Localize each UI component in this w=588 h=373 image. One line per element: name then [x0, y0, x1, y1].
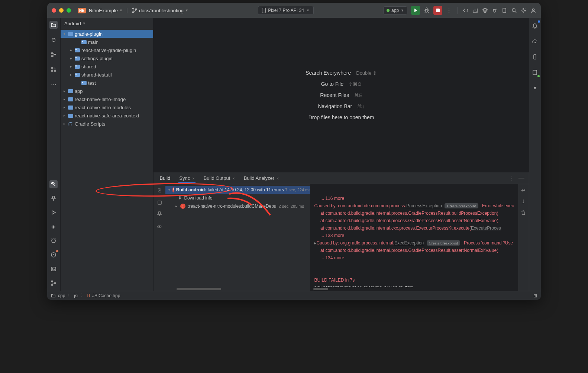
app-inspection-button[interactable]	[492, 7, 498, 13]
device-selector[interactable]: Pixel 7 Pro API 34 ▼	[258, 6, 314, 15]
panel-options-button[interactable]: ⋮	[508, 175, 514, 182]
layout-inspector-button[interactable]	[482, 7, 488, 13]
build-root-row[interactable]: ▾ ! Build android: failed At 14.10.24, 1…	[165, 186, 310, 194]
clear-button[interactable]: 🗑	[521, 210, 526, 215]
tree-item-main[interactable]: main	[61, 38, 154, 46]
hammer-icon	[51, 181, 56, 187]
terminal-icon	[51, 266, 56, 272]
view-button[interactable]: 👁	[157, 224, 162, 230]
filter-button[interactable]: ⎘	[158, 187, 161, 193]
minimize-window-button[interactable]	[59, 8, 64, 13]
pull-requests-tool-button[interactable]	[49, 65, 58, 74]
svg-rect-20	[534, 55, 536, 59]
chart-icon	[472, 7, 478, 13]
chevron-down-icon: ▼	[306, 9, 310, 12]
services-tool-button[interactable]: ◈	[49, 223, 58, 231]
project-view-selector[interactable]: Android ▼	[61, 18, 154, 29]
more-tool-button[interactable]: ⋯	[49, 80, 58, 88]
run-tool-button[interactable]	[49, 208, 58, 217]
chevron-right-icon: ▸	[63, 114, 67, 117]
tree-item-shared[interactable]: ▸shared	[61, 62, 154, 71]
project-tree[interactable]: ▾gradle-pluginmain▸react-native-gradle-p…	[61, 29, 154, 291]
tree-item-gradle-scripts[interactable]: ▸Gradle Scripts	[61, 120, 154, 128]
bug-icon	[424, 7, 430, 13]
exception-link[interactable]: ExecException	[394, 240, 424, 246]
structure-tool-button[interactable]	[49, 51, 58, 59]
exception-link[interactable]: ProcessException	[406, 203, 442, 208]
tab-build[interactable]: Build	[156, 174, 174, 182]
breadcrumb-item[interactable]: cpp	[58, 293, 65, 298]
tree-item-settings-plugin[interactable]: ▸settings-plugin	[61, 54, 154, 62]
tab-build-output[interactable]: Build Output×	[200, 174, 239, 182]
account-button[interactable]	[530, 7, 536, 13]
scrollbar[interactable]	[165, 287, 310, 291]
breadcrumb-item[interactable]: jsi	[74, 293, 78, 298]
run-button[interactable]	[411, 6, 420, 15]
tab-sync[interactable]: Sync×	[175, 174, 198, 182]
tab-build-analyzer[interactable]: Build Analyzer×	[240, 174, 283, 182]
tree-item-react-native-safe-area-context[interactable]: ▸react-native-safe-area-context	[61, 111, 154, 120]
logcat-tool-button[interactable]	[49, 237, 58, 245]
scrollbar[interactable]	[310, 287, 517, 291]
folder-icon	[75, 56, 80, 61]
tree-item-test[interactable]: test	[61, 79, 154, 87]
create-breakpoint-button[interactable]: Create breakpoint	[445, 203, 478, 208]
svg-point-6	[512, 9, 515, 12]
notifications-button[interactable]	[531, 22, 539, 30]
tree-item-app[interactable]: ▸app	[61, 87, 154, 95]
close-icon[interactable]: ×	[277, 176, 279, 181]
settings-button[interactable]	[521, 7, 527, 13]
build-panel: Build Sync× Build Output× Build Analyzer…	[154, 172, 529, 291]
pin-button[interactable]	[156, 211, 162, 218]
scroll-to-end-button[interactable]: ⤓	[521, 198, 526, 204]
vcs-tool-button[interactable]	[49, 279, 58, 287]
ai-assistant-button[interactable]: ✦	[531, 84, 539, 92]
profiler-button[interactable]	[472, 7, 478, 13]
gradle-button[interactable]	[531, 37, 539, 45]
close-icon[interactable]: ×	[232, 176, 235, 181]
stop-build-button[interactable]: ▢	[157, 199, 162, 205]
stop-button[interactable]	[433, 6, 442, 15]
commit-tool-button[interactable]: ⊖	[49, 36, 58, 44]
panel-minimize-button[interactable]: —	[518, 175, 524, 182]
close-window-button[interactable]	[52, 8, 56, 13]
tree-item-shared-testutil[interactable]: ▸shared-testutil	[61, 71, 154, 79]
soft-wrap-button[interactable]: ↩︎	[521, 187, 526, 193]
device-file-explorer-button[interactable]	[531, 53, 539, 61]
tree-item-react-native-nitro-image[interactable]: ▸react-native-nitro-image	[61, 95, 154, 103]
tree-item-react-native-gradle-plugin[interactable]: ▸react-native-gradle-plugin	[61, 46, 154, 54]
search-button[interactable]	[511, 7, 517, 13]
device-manager-button[interactable]	[501, 7, 507, 13]
build-root-time: 7 sec, 224 ms	[285, 188, 310, 192]
download-label: Download info	[184, 195, 212, 201]
close-icon[interactable]: ×	[192, 176, 194, 181]
problems-tool-button[interactable]	[49, 251, 58, 259]
terminal-tool-button[interactable]	[49, 265, 58, 273]
console-output[interactable]: ... 116 more Caused by: com.android.ide.…	[310, 184, 517, 291]
device-name: Pixel 7 Pro API 34	[268, 8, 304, 13]
build-tool-button[interactable]	[49, 180, 58, 188]
project-selector[interactable]: NitroExample ▼	[89, 8, 123, 13]
create-breakpoint-button[interactable]: Create breakpoint	[427, 240, 461, 246]
vcs-branch-selector[interactable]: docs/troubleshooting ▼	[132, 7, 188, 13]
emulator-button[interactable]	[531, 68, 539, 77]
breadcrumb-item[interactable]: JSICache.hpp	[92, 293, 120, 298]
code-with-me-button[interactable]	[463, 7, 469, 13]
bookmarks-tool-button[interactable]	[49, 194, 58, 202]
project-tool-button[interactable]	[49, 21, 58, 29]
welcome-label: Search Everywhere	[306, 70, 351, 76]
source-link[interactable]: ExecuteProces	[471, 226, 501, 231]
build-tree[interactable]: ▾ ! Build android: failed At 14.10.24, 1…	[165, 184, 310, 212]
build-task-row[interactable]: ▸ ! :react-native-nitro-modules:buildCMa…	[165, 202, 310, 210]
tree-item-gradle-plugin[interactable]: ▾gradle-plugin	[61, 30, 154, 38]
indent-indicator-button[interactable]: ⊞	[533, 293, 537, 298]
run-config-selector[interactable]: app ▼	[383, 6, 407, 14]
chevron-down-icon: ▾	[168, 188, 170, 192]
maximize-window-button[interactable]	[67, 8, 71, 13]
chevron-right-icon: ▸	[70, 65, 73, 68]
more-actions-button[interactable]: ⋮	[446, 7, 452, 13]
svg-point-12	[52, 68, 53, 69]
debug-button[interactable]	[424, 7, 430, 13]
download-info-row[interactable]: ⬇ Download info	[165, 194, 310, 202]
tree-item-react-native-nitro-modules[interactable]: ▸react-native-nitro-modules	[61, 103, 154, 111]
